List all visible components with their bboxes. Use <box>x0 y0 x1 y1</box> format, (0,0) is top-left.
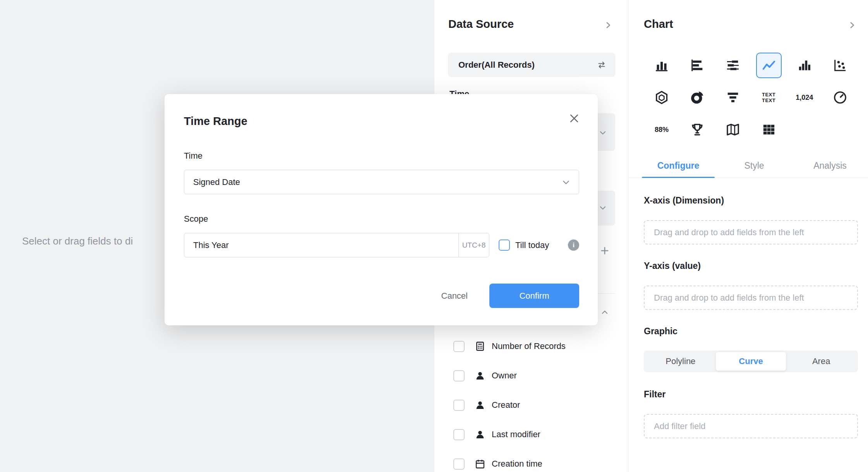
funnel-chart-icon <box>725 90 741 105</box>
calendar-icon <box>475 458 485 469</box>
chart-type-percent[interactable]: 88% <box>649 117 674 142</box>
field-row-last-modifier[interactable]: Last modifier <box>448 420 621 449</box>
chart-type-number-card[interactable]: 1,024 <box>792 85 817 110</box>
confirm-button[interactable]: Confirm <box>489 284 579 308</box>
line-chart-icon <box>761 58 777 73</box>
field-checkbox[interactable] <box>453 370 465 381</box>
field-checkbox[interactable] <box>453 458 465 470</box>
scope-row: UTC+8 Till today i <box>184 233 579 257</box>
field-label: Last modifier <box>492 429 540 440</box>
chart-type-waterfall[interactable] <box>792 53 817 78</box>
chart-type-bar[interactable] <box>684 53 710 78</box>
scope-input-group: UTC+8 <box>184 233 489 257</box>
graphic-label: Graphic <box>644 326 678 337</box>
radar-chart-icon <box>654 90 669 105</box>
y-axis-label: Y-axis (value) <box>644 261 701 271</box>
person-icon <box>475 370 485 381</box>
scatter-plot-icon <box>832 58 848 73</box>
field-checkbox[interactable] <box>453 429 465 440</box>
y-axis-dropzone[interactable]: Drag and drop to add fields from the lef… <box>644 286 858 310</box>
chart-type-column[interactable] <box>649 53 674 78</box>
chart-type-table[interactable] <box>756 117 782 142</box>
column-chart-icon <box>654 58 669 73</box>
chart-type-grid: TEXT TEXT 1,024 88% <box>644 53 858 142</box>
bar-chart-icon <box>690 58 705 73</box>
filter-label: Filter <box>644 389 666 400</box>
graphic-option-polyline[interactable]: Polyline <box>645 352 716 371</box>
chart-type-gauge[interactable] <box>827 85 853 110</box>
dialog-actions: Cancel Confirm <box>441 284 579 308</box>
scope-input[interactable] <box>184 233 458 257</box>
chart-type-ranking[interactable] <box>684 117 710 142</box>
chart-type-scatter[interactable] <box>827 53 853 78</box>
field-row-creator[interactable]: Creator <box>448 390 621 420</box>
field-checkbox[interactable] <box>453 341 465 352</box>
graphic-option-area[interactable]: Area <box>786 352 856 371</box>
data-source-collapse-chevron-icon[interactable] <box>603 20 613 30</box>
record-selector[interactable]: Order(All Records) <box>448 53 615 77</box>
config-tabs: Configure Style Analysis <box>629 154 868 178</box>
chart-panel-title: Chart <box>644 18 673 31</box>
percent-icon: 88% <box>655 126 669 134</box>
timezone-suffix: UTC+8 <box>458 233 489 257</box>
record-selector-label: Order(All Records) <box>458 60 535 70</box>
chevron-up-icon[interactable] <box>600 308 609 317</box>
field-label: Creator <box>492 400 520 410</box>
time-select[interactable]: Signed Date <box>184 170 579 194</box>
graphic-segmented-control: Polyline Curve Area <box>644 351 858 372</box>
cancel-button[interactable]: Cancel <box>441 291 468 301</box>
info-icon[interactable]: i <box>568 239 579 251</box>
data-source-title: Data Source <box>448 18 514 31</box>
chevron-down-icon <box>561 177 571 187</box>
map-icon <box>725 122 741 137</box>
gauge-icon <box>832 90 848 105</box>
table-icon <box>761 122 777 137</box>
till-today-checkbox[interactable] <box>499 239 510 251</box>
canvas-placeholder-text: Select or drag fields to di <box>22 235 133 247</box>
time-range-dialog: Time Range Time Signed Date Scope UTC+8 … <box>165 94 598 325</box>
chevron-down-icon[interactable] <box>598 128 607 137</box>
field-list: Number of Records Owner Creator Last mod… <box>448 332 621 472</box>
person-icon <box>475 429 485 440</box>
scope-field-label: Scope <box>184 214 208 224</box>
field-label: Number of Records <box>492 341 566 351</box>
chart-type-funnel[interactable] <box>720 85 746 110</box>
filter-dropzone[interactable]: Add filter field <box>644 414 858 438</box>
interval-chart-icon <box>725 58 741 73</box>
field-label: Creation time <box>492 459 542 469</box>
trophy-icon <box>690 122 705 137</box>
time-field-label: Time <box>184 151 202 161</box>
word-cloud-icon: TEXT TEXT <box>762 92 775 103</box>
chart-type-line[interactable] <box>756 53 782 78</box>
calculator-icon <box>475 341 485 352</box>
x-axis-label: X-axis (Dimension) <box>644 195 724 206</box>
field-checkbox[interactable] <box>453 400 465 411</box>
chart-config-panel: Chart TEXT <box>629 0 868 472</box>
chart-type-interval[interactable] <box>720 53 746 78</box>
x-axis-dropzone[interactable]: Drag and drop to add fields from the lef… <box>644 220 858 245</box>
field-row-number-of-records[interactable]: Number of Records <box>448 332 621 361</box>
chart-type-word-cloud[interactable]: TEXT TEXT <box>756 85 782 110</box>
tab-configure[interactable]: Configure <box>640 154 716 178</box>
waterfall-chart-icon <box>797 58 812 73</box>
time-select-value: Signed Date <box>193 177 240 187</box>
field-row-owner[interactable]: Owner <box>448 361 621 390</box>
chart-panel-collapse-chevron-icon[interactable] <box>847 20 857 30</box>
chevron-down-icon[interactable] <box>598 203 607 212</box>
tab-style[interactable]: Style <box>716 154 792 178</box>
field-label: Owner <box>492 371 517 381</box>
add-icon[interactable] <box>599 245 610 256</box>
chart-type-radar[interactable] <box>649 85 674 110</box>
tab-analysis[interactable]: Analysis <box>792 154 868 178</box>
pie-chart-icon <box>690 90 705 105</box>
chart-type-pie[interactable] <box>684 85 710 110</box>
close-icon[interactable] <box>568 113 580 124</box>
chart-type-map[interactable] <box>720 117 746 142</box>
field-row-creation-time[interactable]: Creation time <box>448 449 621 472</box>
number-card-icon: 1,024 <box>796 94 813 102</box>
graphic-option-curve[interactable]: Curve <box>716 352 786 371</box>
person-icon <box>475 400 485 410</box>
till-today-label: Till today <box>515 240 549 250</box>
swap-table-icon[interactable] <box>597 60 607 70</box>
dialog-title: Time Range <box>184 115 247 128</box>
